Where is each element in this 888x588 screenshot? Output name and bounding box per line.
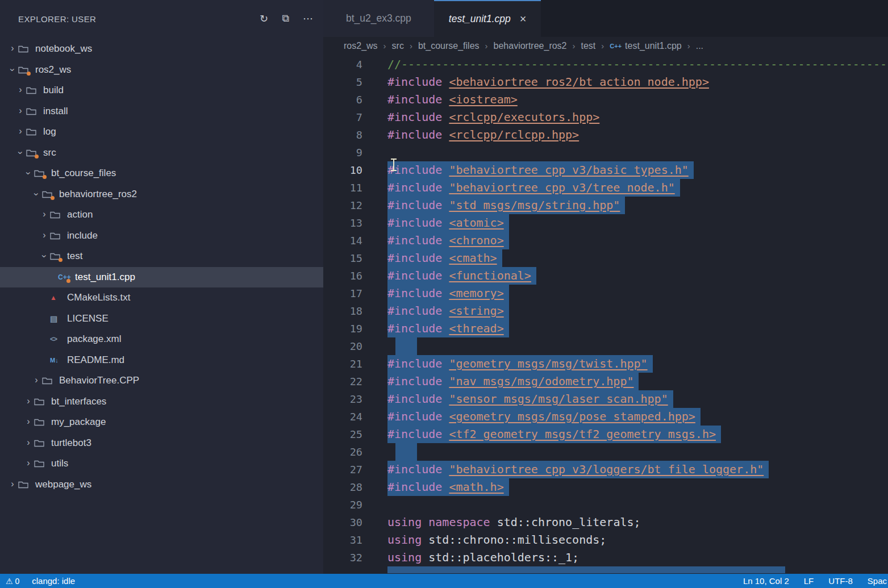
line-number: 23 xyxy=(323,390,362,408)
tree-file-CMakeLists.txt[interactable]: ▲CMakeLists.txt xyxy=(0,287,323,308)
folder-icon xyxy=(26,128,41,136)
breadcrumb-overflow[interactable]: ... xyxy=(696,41,703,51)
code-line-17[interactable]: 17#include <memory> xyxy=(323,285,888,302)
breadcrumb-item-behaviortree_ros2[interactable]: behaviortree_ros2 xyxy=(494,41,567,51)
line-number: 17 xyxy=(323,285,362,302)
tree-item-label: LICENSE xyxy=(67,313,109,324)
code-text: #include <thread> xyxy=(362,320,509,337)
cursor-position[interactable]: Ln 10, Col 2 xyxy=(743,576,789,586)
tree-item-label: my_package xyxy=(51,416,106,428)
refresh-icon[interactable]: ↻ xyxy=(260,12,268,25)
breadcrumb-item-test_unit1.cpp[interactable]: test_unit1.cpp xyxy=(625,41,682,51)
code-line-14[interactable]: 14#include <chrono> xyxy=(323,232,888,249)
tree-file-test_unit1.cpp[interactable]: C++test_unit1.cpp xyxy=(0,267,323,288)
chevron-right-icon: › xyxy=(39,209,50,219)
tree-folder-bt_course_files[interactable]: ›bt_course_files xyxy=(0,163,323,184)
code-line-5[interactable]: 5#include <behaviortree_ros2/bt_action_n… xyxy=(323,73,888,91)
line-number: 5 xyxy=(323,73,362,91)
tree-folder-test[interactable]: ›test xyxy=(0,246,323,267)
code-line-4[interactable]: 4//-------------------------------------… xyxy=(323,56,888,73)
cmake-file-icon: ▲ xyxy=(50,294,65,302)
split-editor-icon[interactable]: ⧉ xyxy=(282,12,289,25)
breadcrumb-separator: › xyxy=(687,41,690,51)
breadcrumb-item-bt_course_files[interactable]: bt_course_files xyxy=(418,41,480,51)
code-line-24[interactable]: 24#include <geometry_msgs/msg/pose_stamp… xyxy=(323,408,888,426)
code-line-13[interactable]: 13#include <atomic> xyxy=(323,214,888,232)
code-line-23[interactable]: 23#include "sensor_msgs/msg/laser_scan.h… xyxy=(323,390,888,408)
code-line-19[interactable]: 19#include <thread> xyxy=(323,320,888,337)
tree-item-label: bt_interfaces xyxy=(51,396,106,407)
code-line-27[interactable]: 27#include "behaviortree_cpp_v3/loggers/… xyxy=(323,461,888,478)
tree-folder-log[interactable]: ›log xyxy=(0,122,323,143)
code-text xyxy=(362,443,417,461)
code-line-32[interactable]: 32using std::placeholders::_1; xyxy=(323,549,888,566)
tab-bt_u2_ex3-cpp[interactable]: bt_u2_ex3.cpp xyxy=(323,0,434,37)
line-number: 29 xyxy=(323,496,362,514)
code-line-7[interactable]: 7#include <rclcpp/executors.hpp> xyxy=(323,109,888,126)
tree-folder-utils[interactable]: ›utils xyxy=(0,453,323,474)
tree-folder-include[interactable]: ›include xyxy=(0,226,323,247)
tree-folder-src[interactable]: ›src xyxy=(0,143,323,164)
code-line-22[interactable]: 22#include "nav_msgs/msg/odometry.hpp" xyxy=(323,373,888,390)
code-line-26[interactable]: 26 xyxy=(323,443,888,461)
tab-test_unit1-cpp[interactable]: test_unit1.cpp × xyxy=(434,0,541,37)
breadcrumb-item-test[interactable]: test xyxy=(581,41,596,51)
line-number: 16 xyxy=(323,267,362,285)
tree-folder-turtlebot3[interactable]: ›turtlebot3 xyxy=(0,433,323,454)
close-icon[interactable]: × xyxy=(520,12,527,26)
warnings-indicator[interactable]: ⚠ 0 xyxy=(6,577,19,586)
code-text xyxy=(362,496,387,514)
tree-file-LICENSE[interactable]: ▤LICENSE xyxy=(0,308,323,330)
tree-item-label: log xyxy=(43,126,56,137)
eol-indicator[interactable]: LF xyxy=(804,576,814,586)
problems-count: 0 xyxy=(15,577,19,586)
code-line-9[interactable]: 9 xyxy=(323,144,888,161)
tree-folder-action[interactable]: ›action xyxy=(0,205,323,226)
tree-file-package.xml[interactable]: <>package.xml xyxy=(0,329,323,350)
code-line-21[interactable]: 21#include "geometry_msgs/msg/twist.hpp" xyxy=(323,355,888,373)
tree-folder-notebook_ws[interactable]: ›notebook_ws xyxy=(0,39,323,60)
breadcrumb-item-ros2_ws[interactable]: ros2_ws xyxy=(344,41,378,51)
code-area[interactable]: 4//-------------------------------------… xyxy=(323,55,888,573)
breadcrumb-separator: › xyxy=(573,41,576,51)
code-line-8[interactable]: 8#include <rclcpp/rclcpp.hpp> xyxy=(323,126,888,144)
explorer-header: EXPLORER: USER ↻⧉⋯ xyxy=(0,0,323,37)
code-line-16[interactable]: 16#include <functional> xyxy=(323,267,888,285)
code-line-15[interactable]: 15#include <cmath> xyxy=(323,249,888,267)
code-line-11[interactable]: 11#include "behaviortree_cpp_v3/tree_nod… xyxy=(323,179,888,197)
code-line-12[interactable]: 12#include "std_msgs/msg/string.hpp" xyxy=(323,197,888,214)
tree-folder-webpage_ws[interactable]: ›webpage_ws xyxy=(0,474,323,495)
code-line-18[interactable]: 18#include <string> xyxy=(323,302,888,320)
tree-folder-build[interactable]: ›build xyxy=(0,80,323,101)
breadcrumb-item-src[interactable]: src xyxy=(392,41,404,51)
code-text: #include "behaviortree_cpp_v3/tree_node.… xyxy=(362,179,680,197)
status-bar: ⚠ 0 clangd: idle Ln 10, Col 2 LF UTF-8 S… xyxy=(0,574,888,588)
code-line-30[interactable]: 30using namespace std::chrono_literals; xyxy=(323,514,888,531)
code-line-6[interactable]: 6#include <iostream> xyxy=(323,91,888,109)
tree-folder-install[interactable]: ›install xyxy=(0,101,323,122)
code-line-25[interactable]: 25#include <tf2_geometry_msgs/tf2_geomet… xyxy=(323,426,888,443)
code-line-10[interactable]: 10#include "behaviortree_cpp_v3/basic_ty… xyxy=(323,161,888,179)
indentation-indicator[interactable]: Spac xyxy=(868,576,887,586)
line-number: 14 xyxy=(323,232,362,249)
tree-folder-my_package[interactable]: ›my_package xyxy=(0,412,323,433)
code-line-31[interactable]: 31using std::chrono::milliseconds; xyxy=(323,531,888,549)
more-actions-icon[interactable]: ⋯ xyxy=(303,12,313,25)
chevron-down-icon: › xyxy=(7,64,18,76)
code-text: #include <behaviortree_ros2/bt_action_no… xyxy=(362,73,709,91)
modified-dot xyxy=(35,155,39,159)
tree-folder-ros2_ws[interactable]: ›ros2_ws xyxy=(0,60,323,81)
tree-item-label: package.xml xyxy=(67,333,121,345)
tree-item-label: README.md xyxy=(67,355,124,366)
code-line-28[interactable]: 28#include <math.h> xyxy=(323,478,888,496)
cpp-file-icon: C++ xyxy=(610,43,622,49)
tree-folder-bt_interfaces[interactable]: ›bt_interfaces xyxy=(0,391,323,412)
tree-folder-behaviortree_ros2[interactable]: ›behaviortree_ros2 xyxy=(0,184,323,205)
tree-folder-BehaviorTree.CPP[interactable]: ›BehaviorTree.CPP xyxy=(0,370,323,391)
code-line-20[interactable]: 20 xyxy=(323,337,888,355)
encoding-indicator[interactable]: UTF-8 xyxy=(828,576,853,586)
code-line-29[interactable]: 29 xyxy=(323,496,888,514)
language-server-status[interactable]: clangd: idle xyxy=(32,576,75,586)
tree-file-README.md[interactable]: M↓README.md xyxy=(0,350,323,371)
line-number: 6 xyxy=(323,91,362,109)
